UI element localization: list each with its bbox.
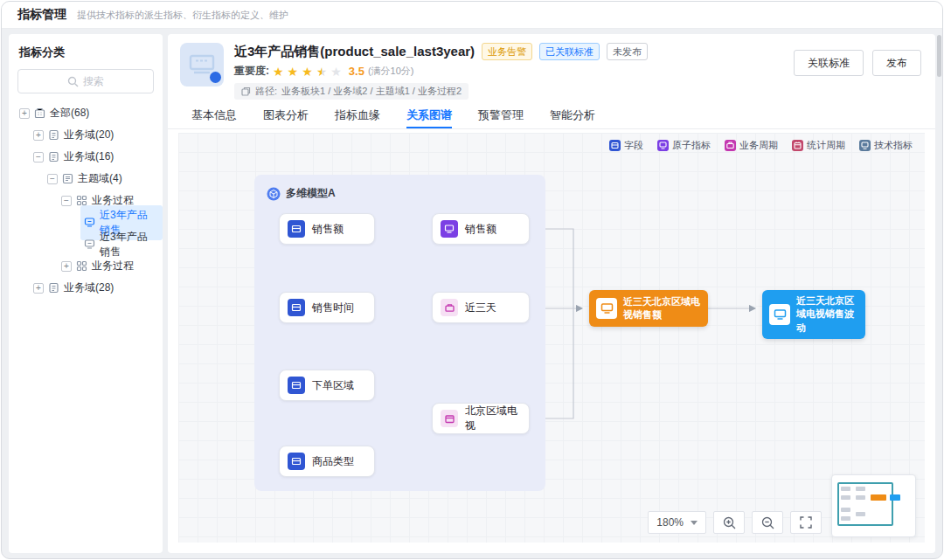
zoom-out-icon <box>761 516 774 529</box>
tree-item-label: 全部(68) <box>50 106 89 121</box>
tab-basic-info[interactable]: 基本信息 <box>191 103 237 128</box>
graph-node-product-type[interactable]: 商品类型 <box>279 446 375 477</box>
tab-bar: 基本信息 图表分析 指标血缘 关系图谱 预警管理 智能分析 <box>168 103 935 129</box>
graph-node-beijing-region-tv[interactable]: 北京区域电视 <box>432 403 530 434</box>
tree-item-label: 业务域(20) <box>64 128 114 142</box>
graph-node-sales-time[interactable]: 销售时间 <box>279 292 375 323</box>
tab-metric-lineage[interactable]: 指标血缘 <box>335 103 380 128</box>
legend-field: 字段 <box>609 139 643 152</box>
tree-item-domain-28[interactable]: + 业务域(28) <box>9 277 163 299</box>
graph-node-order-region[interactable]: 下单区域 <box>279 370 375 401</box>
chevron-down-icon <box>691 521 698 525</box>
expander-icon[interactable]: + <box>33 283 44 294</box>
fullscreen-button[interactable] <box>790 511 822 534</box>
expander-icon[interactable]: + <box>61 261 72 272</box>
path-icon <box>241 86 251 96</box>
page-title: 近3年产品销售(product_sale_last3year) <box>234 44 475 60</box>
expander-icon[interactable]: − <box>33 152 44 162</box>
canvas-toolbar: 180% <box>648 511 822 534</box>
tree-item-label: 业务过程 <box>92 259 134 273</box>
search-placeholder: 搜索 <box>83 74 104 89</box>
model-group-label: 多维模型A <box>286 186 336 201</box>
process-icon <box>76 260 87 272</box>
theme-icon <box>62 173 73 184</box>
graph-node-tech-metric[interactable]: 近三天北京区域电视销售波动 <box>762 290 865 339</box>
legend-tech-metric: 技术指标 <box>859 139 913 152</box>
zoom-out-button[interactable] <box>752 511 783 534</box>
badge-standard-linked: 已关联标准 <box>539 43 600 60</box>
category-tree: + 全部(68) + 业务域(20) − 业务域(16) − 主 <box>9 102 163 299</box>
domain-icon <box>48 129 59 141</box>
minimap-node <box>856 487 865 491</box>
minimap-node <box>841 487 850 491</box>
legend-atomic-metric: 原子指标 <box>657 139 711 152</box>
business-period-icon <box>725 140 736 151</box>
main-panel: 近3年产品销售(product_sale_last3year) 业务告警 已关联… <box>168 34 935 553</box>
tab-smart-analysis[interactable]: 智能分析 <box>550 103 595 128</box>
node-label: 销售额 <box>312 222 344 237</box>
scrollbar-thumb[interactable] <box>937 35 941 77</box>
minimap-node-orange <box>871 494 886 501</box>
field-icon <box>609 140 621 151</box>
zoom-in-icon <box>723 516 736 529</box>
relation-graph-canvas[interactable]: 字段 原子指标 业务周期 统计周期 <box>178 133 925 543</box>
field-icon <box>288 299 305 316</box>
minimap-node <box>841 516 850 521</box>
sidebar: 指标分类 搜索 + 全部(68) + 业务域(20) − <box>9 34 163 553</box>
star-icon: ★ <box>302 66 313 78</box>
org-icon <box>34 107 45 119</box>
tree-item-all[interactable]: + 全部(68) <box>9 102 163 124</box>
graph-node-sales-amount-atomic[interactable]: 销售额 <box>432 213 530 245</box>
tree-item-metric[interactable]: 近3年产品销售 <box>9 233 163 255</box>
search-icon <box>67 76 79 87</box>
zoom-level-select[interactable]: 180% <box>648 511 706 534</box>
path-label: 路径: <box>255 85 277 98</box>
graph-node-sales-amount-field[interactable]: 销售额 <box>279 213 375 245</box>
field-icon <box>288 220 305 238</box>
publish-button[interactable]: 发布 <box>872 50 921 76</box>
node-label: 销售时间 <box>312 301 354 315</box>
legend-stat-period: 统计周期 <box>792 139 845 152</box>
top-header: 指标管理 提供技术指标的派生指标、衍生指标的定义、维护 <box>2 2 942 29</box>
app-subtitle: 提供技术指标的派生指标、衍生指标的定义、维护 <box>77 9 288 22</box>
metric-header: 近3年产品销售(product_sale_last3year) 业务告警 已关联… <box>168 34 935 103</box>
path-value: 业务板块1 / 业务域2 / 主题域1 / 业务过程2 <box>281 85 462 98</box>
node-label: 销售额 <box>465 222 496 237</box>
minimap-node <box>856 512 865 516</box>
graph-node-derived-metric[interactable]: 近三天北京区域电视销售额 <box>589 290 708 327</box>
tab-chart-analysis[interactable]: 图表分析 <box>263 103 309 128</box>
importance-label: 重要度: <box>234 64 269 79</box>
app-title: 指标管理 <box>17 7 66 23</box>
search-input[interactable]: 搜索 <box>17 69 154 93</box>
tree-item-label: 业务域(16) <box>64 149 114 164</box>
domain-icon <box>48 282 59 294</box>
expander-icon[interactable]: − <box>61 196 72 206</box>
minimap[interactable] <box>831 474 916 537</box>
tab-relation-graph[interactable]: 关系图谱 <box>406 103 452 128</box>
legend-label: 业务周期 <box>739 139 778 152</box>
minimap-node <box>856 495 865 500</box>
tree-item-domain-16[interactable]: − 业务域(16) <box>9 146 163 168</box>
node-label: 北京区域电视 <box>465 404 521 433</box>
star-icon: ★ <box>288 66 299 78</box>
half-star-icon: ★ <box>316 66 328 78</box>
graph-node-last-3-days[interactable]: 近三天 <box>432 292 530 323</box>
legend-business-period: 业务周期 <box>725 139 778 152</box>
badge-unpublished: 未发布 <box>607 43 648 60</box>
score-max: (满分10分) <box>368 65 414 78</box>
tree-item-theme[interactable]: − 主题域(4) <box>9 168 163 190</box>
minimap-node <box>841 508 850 512</box>
app-window: 指标管理 提供技术指标的派生指标、衍生指标的定义、维护 指标分类 搜索 + 全部… <box>1 1 943 559</box>
tree-item-domain-20[interactable]: + 业务域(20) <box>9 124 163 146</box>
star-icon: ★ <box>273 66 284 78</box>
monitor-icon <box>769 304 790 325</box>
zoom-in-button[interactable] <box>713 511 745 534</box>
link-standard-button[interactable]: 关联标准 <box>794 50 864 76</box>
atomic-metric-icon <box>441 220 458 238</box>
tab-alert-management[interactable]: 预警管理 <box>478 103 524 128</box>
importance-row: 重要度: ★★★★★ 3.5 (满分10分) <box>234 64 783 79</box>
expander-icon[interactable]: − <box>47 174 58 184</box>
expander-icon[interactable]: + <box>33 130 44 141</box>
metric-icon <box>84 239 95 250</box>
expander-icon[interactable]: + <box>19 108 30 119</box>
